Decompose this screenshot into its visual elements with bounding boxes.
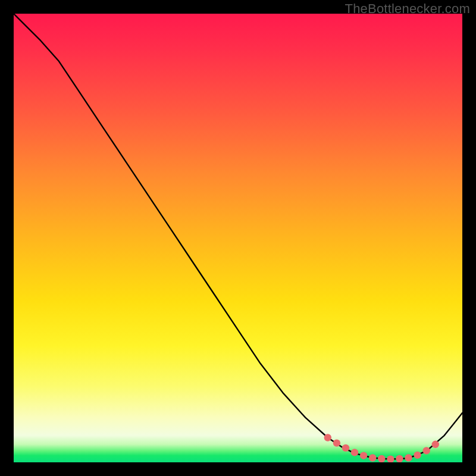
- marker-dot: [333, 439, 340, 446]
- marker-dot: [423, 447, 430, 454]
- marker-dot: [342, 444, 349, 452]
- plot-area: [14, 14, 462, 462]
- marker-group: [324, 434, 439, 462]
- marker-dot: [378, 455, 385, 462]
- chart-frame: TheBottlenecker.com: [0, 0, 476, 476]
- marker-dot: [405, 454, 412, 461]
- watermark-text: TheBottlenecker.com: [345, 1, 470, 17]
- marker-dot: [351, 449, 358, 456]
- marker-dot: [387, 456, 394, 463]
- marker-dot: [432, 441, 439, 448]
- chart-overlay: [14, 14, 462, 462]
- marker-dot: [369, 454, 376, 461]
- marker-dot: [396, 455, 403, 462]
- marker-dot: [360, 452, 367, 459]
- curve-line: [14, 14, 462, 459]
- marker-dot: [414, 452, 421, 459]
- marker-dot: [324, 434, 331, 441]
